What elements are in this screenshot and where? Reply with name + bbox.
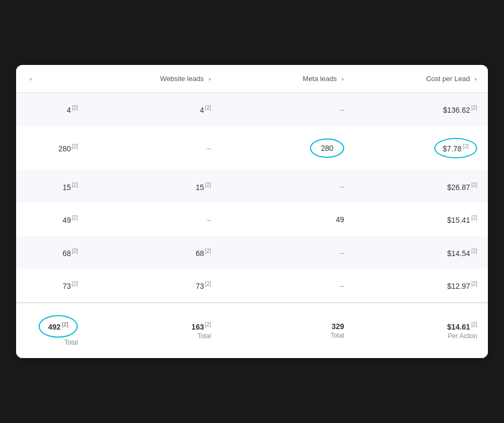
circled-cost-value: $7.78[2] [434, 138, 477, 158]
table-row: 49[2]–49$15.41[2] [16, 203, 488, 236]
col-header-website-leads[interactable]: Website leads ▾ [88, 65, 221, 93]
cell-col3-row1: 280 [222, 126, 355, 170]
cell-col4-row2: $26.87[2] [355, 170, 488, 203]
col-label-meta-leads: Meta leads [303, 75, 337, 83]
cell-col1-row2: 15[2] [16, 170, 88, 203]
col-header-index[interactable]: ▾ [16, 65, 88, 93]
cell-col3-row2: – [222, 170, 355, 203]
data-table: ▾ Website leads ▾ Meta leads ▾ Cost per … [16, 65, 488, 358]
col-label-website-leads: Website leads [160, 75, 204, 83]
totals-col4-label: Per Action [366, 332, 477, 340]
col-label-cost-per-lead: Cost per Lead [426, 75, 470, 83]
totals-col4: $14.61[2] Per Action [355, 303, 488, 358]
table-header-row: ▾ Website leads ▾ Meta leads ▾ Cost per … [16, 65, 488, 93]
cell-col1-row0: 4[2] [16, 93, 88, 126]
cell-col1-row1: 280[2] [16, 126, 88, 170]
cell-col1-row3: 49[2] [16, 203, 88, 236]
cell-col2-row1: – [88, 126, 221, 170]
table-row: 15[2]15[2]–$26.87[2] [16, 170, 488, 203]
sort-icon-index[interactable]: ▾ [29, 77, 32, 82]
totals-col2: 163[2] Total [88, 303, 221, 358]
sort-icon-cost-per-lead[interactable]: ▾ [475, 77, 477, 82]
cell-col4-row4: $14.54[2] [355, 236, 488, 269]
col-header-cost-per-lead[interactable]: Cost per Lead ▾ [355, 65, 488, 93]
cell-col2-row0: 4[2] [88, 93, 221, 126]
totals-col2-label: Total [99, 332, 211, 340]
cell-col4-row3: $15.41[2] [355, 203, 488, 236]
cell-col2-row3: – [88, 203, 221, 236]
table-row: 280[2]–280$7.78[2] [16, 126, 488, 170]
cell-col3-row0: – [222, 93, 355, 126]
totals-col1: 492[2] Total [16, 303, 88, 358]
cell-col2-row5: 73[2] [88, 269, 221, 303]
cell-col3-row5: – [222, 269, 355, 303]
cell-col2-row4: 68[2] [88, 236, 221, 269]
totals-col3: 329 Total [222, 303, 355, 358]
cell-col1-row5: 73[2] [16, 269, 88, 303]
totals-col1-label: Total [27, 339, 78, 346]
table-row: 4[2]4[2]–$136.62[2] [16, 93, 488, 126]
totals-col3-label: Total [233, 332, 344, 339]
cell-col3-row4: – [222, 236, 355, 269]
cell-col4-row5: $12.97[2] [355, 269, 488, 303]
circled-total-value: 492[2] [39, 315, 78, 338]
cell-col4-row1: $7.78[2] [355, 126, 488, 170]
totals-row: 492[2] Total 163[2] Total 329 Total $14.… [16, 303, 488, 358]
cell-col4-row0: $136.62[2] [355, 93, 488, 126]
cell-col2-row2: 15[2] [88, 170, 221, 203]
cell-col3-row3: 49 [222, 203, 355, 236]
circled-meta-value: 280 [310, 138, 344, 158]
cell-col1-row4: 68[2] [16, 236, 88, 269]
sort-icon-meta-leads[interactable]: ▾ [342, 77, 344, 82]
sort-icon-website-leads[interactable]: ▾ [209, 77, 211, 82]
col-header-meta-leads[interactable]: Meta leads ▾ [222, 65, 355, 93]
table-row: 68[2]68[2]–$14.54[2] [16, 236, 488, 269]
table-row: 73[2]73[2]–$12.97[2] [16, 269, 488, 303]
